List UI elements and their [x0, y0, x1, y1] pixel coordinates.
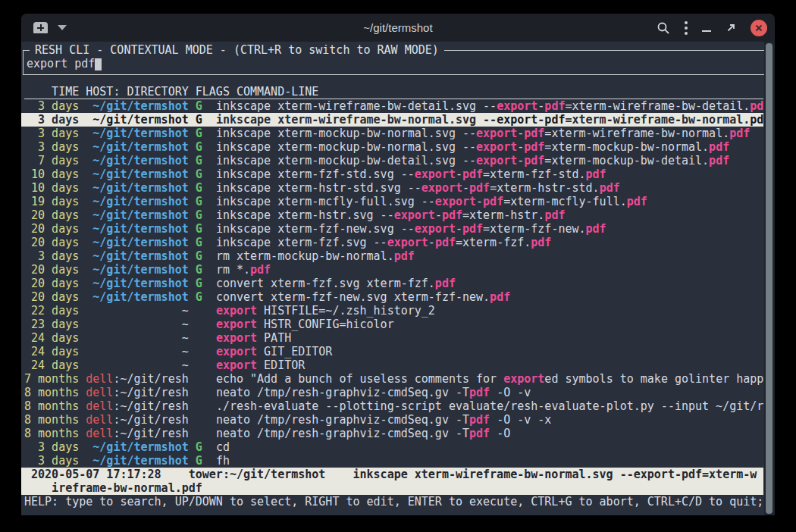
scrollbar-thumb[interactable]	[766, 43, 772, 514]
history-row[interactable]: 7 months dell:~/git/resh echo "Add a bun…	[24, 372, 763, 386]
history-row[interactable]: 20 days ~/git/termshot G rm *.pdf	[24, 263, 763, 277]
status-line-2: ireframe-bw-normal.pdf	[21, 481, 763, 495]
history-row[interactable]: 3 days ~/git/termshot G cd	[24, 440, 763, 454]
history-row[interactable]: 24 days ~ export GIT_EDITOR	[24, 345, 763, 358]
status-line-1: 2020-05-07 17:17:28 tower:~/git/termshot…	[21, 468, 763, 481]
history-row[interactable]: 20 days ~/git/termshot G inkscape xterm-…	[24, 236, 763, 249]
close-button[interactable]	[751, 20, 767, 36]
history-row[interactable]: 10 days ~/git/termshot G inkscape xterm-…	[24, 167, 763, 181]
history-row[interactable]: 3 days ~/git/termshot G fh	[24, 454, 763, 468]
history-list: 3 days ~/git/termshot G inkscape xterm-w…	[24, 99, 775, 468]
history-row[interactable]: 3 days ~/git/termshot G inkscape xterm-m…	[24, 140, 763, 154]
history-row[interactable]: 3 days ~/git/termshot G rm xterm-mockup-…	[24, 249, 763, 263]
history-row[interactable]: 20 days ~/git/termshot G inkscape xterm-…	[24, 222, 763, 236]
restore-button[interactable]	[725, 23, 736, 33]
menu-button[interactable]	[685, 21, 688, 35]
history-row[interactable]: 24 days ~ export PATH	[24, 331, 763, 345]
search-query-line[interactable]: export pdf	[27, 57, 766, 70]
terminal-content: RESH CLI - CONTEXTUAL MODE - (CTRL+R to …	[21, 42, 775, 515]
search-button[interactable]	[657, 21, 670, 35]
history-row[interactable]: 20 days ~/git/termshot G convert xterm-f…	[24, 277, 763, 290]
history-row[interactable]: 3 days ~/git/termshot G inkscape xterm-m…	[24, 127, 763, 140]
restore-icon	[725, 23, 736, 33]
history-row[interactable]: 8 months dell:~/git/resh neato /tmp/resh…	[24, 427, 763, 440]
titlebar: ~/git/termshot	[21, 14, 775, 42]
table-header: TIME HOST: DIRECTORY FLAGS COMMAND-LINE	[24, 85, 763, 99]
help-bar: HELP: type to search, UP/DOWN to select,…	[24, 495, 763, 509]
history-row[interactable]: 20 days ~/git/termshot G inkscape xterm-…	[24, 208, 763, 222]
history-row[interactable]: 23 days ~ export HSTR_CONFIG=hicolor	[24, 318, 763, 331]
history-row[interactable]: 8 months dell:~/git/resh ./resh-evaluate…	[24, 399, 763, 413]
kebab-menu-icon	[685, 21, 688, 35]
scrollbar-track	[764, 42, 775, 515]
search-icon	[657, 21, 670, 35]
minimize-button[interactable]	[702, 24, 711, 32]
search-query-text: export pdf	[27, 57, 95, 70]
history-row[interactable]: 3 days ~/git/termshot G inkscape xterm-w…	[21, 113, 763, 127]
terminal-window: ~/git/termshot	[21, 14, 775, 515]
history-row[interactable]: 8 months dell:~/git/resh neato /tmp/resh…	[24, 413, 763, 427]
mode-title: RESH CLI - CONTEXTUAL MODE - (CTRL+R to …	[30, 43, 444, 57]
history-row[interactable]: 19 days ~/git/termshot G inkscape xterm-…	[24, 195, 763, 208]
history-row[interactable]: 3 days ~/git/termshot G inkscape xterm-w…	[24, 99, 763, 113]
history-row[interactable]: 20 days ~/git/termshot G convert xterm-f…	[24, 290, 763, 304]
history-row[interactable]: 22 days ~ export HISTFILE=~/.zsh_history…	[24, 304, 763, 318]
close-icon	[754, 23, 763, 33]
minimize-icon	[702, 30, 711, 32]
text-cursor	[95, 58, 102, 70]
history-row[interactable]: 8 months dell:~/git/resh neato /tmp/resh…	[24, 386, 763, 399]
history-row[interactable]: 10 days ~/git/termshot G inkscape xterm-…	[24, 181, 763, 195]
history-row[interactable]: 7 days ~/git/termshot G inkscape xterm-m…	[24, 154, 763, 167]
history-row[interactable]: 24 days ~ export EDITOR	[24, 358, 763, 372]
search-frame: RESH CLI - CONTEXTUAL MODE - (CTRL+R to …	[23, 50, 766, 75]
